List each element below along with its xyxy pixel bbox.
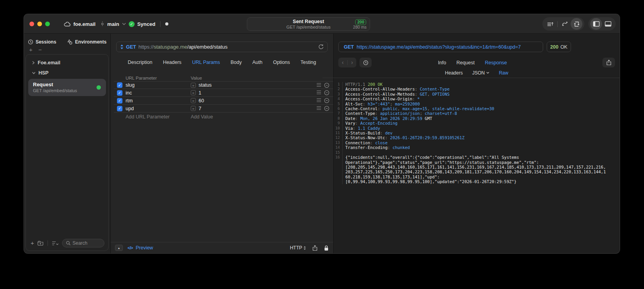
tab-environments[interactable]: Environments	[67, 39, 106, 45]
tab-options[interactable]: Options	[273, 60, 290, 65]
remove-param-icon[interactable]	[324, 90, 329, 95]
reorder-handle-icon[interactable]	[316, 83, 321, 87]
param-value-cell: =7	[191, 106, 313, 111]
param-value-input[interactable]: 7	[199, 106, 201, 111]
add-param-name-input[interactable]: Add URL Parameter	[126, 114, 191, 120]
tab-testing[interactable]: Testing	[301, 60, 316, 65]
resend-request-icon[interactable]	[318, 44, 324, 50]
code-line: 12X-Status-Now-Utc: 2026-01-26T20:29:59.…	[334, 135, 620, 140]
tab-body[interactable]: Body	[230, 60, 242, 65]
line-text: Vary: Accept-Encoding	[343, 121, 398, 125]
back-button[interactable]: ‹	[338, 58, 347, 67]
code-line: 60,218,159,138,178,135,173,141],"upd":	[334, 174, 620, 179]
tab-url-params[interactable]: URL Params	[192, 60, 220, 65]
lock-icon[interactable]	[324, 245, 329, 251]
line-number: 15	[334, 150, 343, 155]
reorder-handle-icon[interactable]	[316, 106, 321, 110]
status-code: 200	[550, 44, 558, 50]
param-checkbox[interactable]: ✓	[117, 106, 122, 111]
param-checkbox[interactable]: ✓	[117, 90, 122, 96]
forward-button[interactable]: ›	[348, 58, 357, 67]
request-url[interactable]: https://statuspage.me/api/embed/status	[139, 44, 228, 50]
resp-tab-request[interactable]: Request	[456, 60, 475, 65]
sync-status[interactable]: Synced	[137, 21, 155, 27]
flow-icon[interactable]	[559, 18, 571, 30]
preview-button[interactable]: </> Preview	[128, 245, 153, 251]
sidebar-item-request[interactable]: Request GET /api/embed/status	[28, 79, 106, 96]
new-folder-icon[interactable]	[37, 240, 44, 246]
tab-description[interactable]: Description	[128, 60, 153, 65]
clock-icon	[363, 60, 369, 65]
add-param-row: Add URL Parameter Add Value	[114, 113, 333, 121]
chevron-down-icon	[122, 23, 126, 25]
tab-auth[interactable]: Auth	[252, 60, 263, 65]
stepper-icon	[303, 246, 306, 250]
param-name-input[interactable]: upd	[126, 106, 191, 111]
tab-environments-label: Environments	[75, 39, 106, 45]
shapes-icon	[67, 39, 73, 45]
code-line: [208,205,145,298,443,140,160,165,171,161…	[334, 165, 620, 169]
tree-group-hsp[interactable]: HSP	[26, 68, 108, 78]
param-name-input[interactable]: inc	[126, 90, 191, 96]
resp-tab-response[interactable]: Response	[485, 60, 507, 65]
remove-param-icon[interactable]	[324, 83, 329, 88]
param-checkbox[interactable]: ✓	[117, 98, 122, 104]
sidebar-search-input[interactable]: Search	[62, 239, 104, 247]
resp-subtab-headers[interactable]: Headers	[445, 70, 463, 76]
sort-filter-icon[interactable]	[52, 241, 59, 246]
line-text: Operational"},"page":"status","page_url"…	[343, 160, 539, 165]
line-number: 13	[334, 140, 343, 145]
param-value-input[interactable]: 60	[199, 98, 204, 104]
project-name[interactable]: foe.email	[73, 21, 95, 27]
request-footer: ▲ </> Preview HTTP	[111, 242, 333, 253]
request-method[interactable]: GET	[126, 44, 136, 50]
history-button[interactable]	[359, 58, 372, 67]
toggle-sidebar-icon[interactable]	[590, 18, 602, 30]
sent-url-display[interactable]: GET https://statuspage.me/api/embed/stat…	[338, 42, 543, 52]
tree-group-foe-email[interactable]: Foe.email	[26, 58, 108, 68]
summary-status-badge: 200	[355, 19, 366, 25]
request-list-icon[interactable]	[544, 18, 556, 30]
line-number: 6	[334, 106, 343, 111]
param-checkbox[interactable]: ✓	[117, 82, 122, 88]
history-nav-buttons: ‹ ›	[338, 58, 356, 67]
add-session-button[interactable]: +	[29, 47, 33, 53]
toolbar-divider	[47, 240, 48, 246]
code-line: 15	[334, 150, 620, 155]
remove-session-button[interactable]: −	[38, 47, 42, 53]
expand-panel-button[interactable]: ▲	[115, 245, 123, 251]
param-row-actions	[313, 90, 333, 95]
param-value-input[interactable]: 1	[199, 90, 201, 96]
line-number: 11	[334, 131, 343, 135]
tab-sessions[interactable]: Sessions	[28, 39, 57, 45]
param-value-input[interactable]: status	[199, 82, 212, 88]
sent-request-summary[interactable]: Sent Request GET /api/embed/status 200 2…	[247, 17, 370, 31]
view-actions-group	[542, 17, 584, 31]
tab-sessions-label: Sessions	[36, 39, 57, 45]
branch-name[interactable]: main	[107, 21, 119, 27]
response-panel: GET https://statuspage.me/api/embed/stat…	[334, 34, 620, 253]
export-response-button[interactable]	[602, 58, 615, 67]
request-url-bar[interactable]: GET https://statuspage.me/api/embed/stat…	[116, 42, 328, 52]
add-param-value-input[interactable]: Add Value	[191, 114, 313, 120]
remove-param-icon[interactable]	[324, 98, 329, 103]
remove-param-icon[interactable]	[324, 106, 329, 111]
reorder-handle-icon[interactable]	[316, 98, 321, 102]
param-name-input[interactable]: rtm	[126, 98, 191, 104]
close-window-button[interactable]	[29, 22, 34, 26]
resp-subtab-raw[interactable]: Raw	[499, 70, 508, 76]
add-request-button[interactable]: +	[31, 240, 34, 246]
reorder-handle-icon[interactable]	[316, 90, 321, 95]
request-response-cycle-icon[interactable]	[571, 18, 582, 30]
param-name-input[interactable]: slug	[126, 82, 191, 88]
zoom-window-button[interactable]	[45, 22, 50, 26]
resp-tab-info[interactable]: Info	[438, 60, 446, 65]
protocol-selector[interactable]: HTTP	[290, 245, 306, 251]
raw-response-view[interactable]: 1HTTP/1.1 200 OK2Access-Control-Allow-He…	[334, 78, 620, 253]
tab-headers[interactable]: Headers	[163, 60, 181, 65]
resp-subtab-json-dropdown[interactable]: JSON	[472, 70, 489, 76]
minimize-window-button[interactable]	[37, 22, 42, 26]
toggle-bottom-panel-icon[interactable]	[602, 18, 614, 30]
method-stepper-icon[interactable]	[120, 44, 124, 49]
share-request-icon[interactable]	[312, 245, 317, 251]
